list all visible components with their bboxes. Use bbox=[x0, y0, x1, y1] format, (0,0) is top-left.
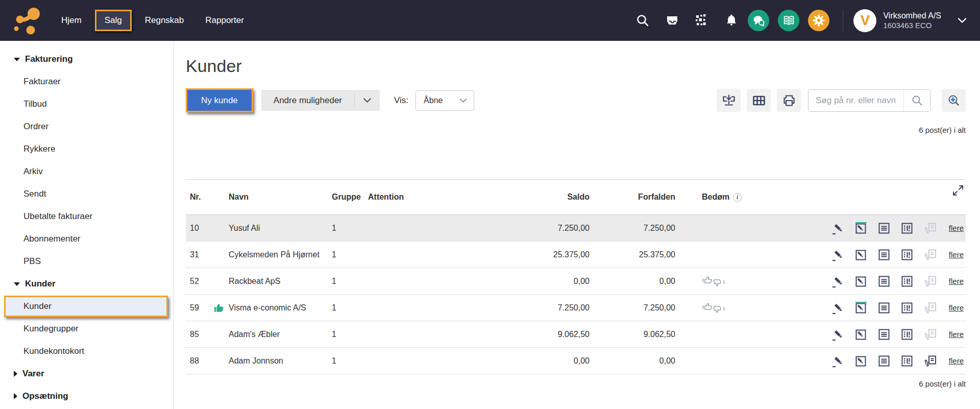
sidebar-item-kundekontokort[interactable]: Kundekontokort bbox=[0, 340, 173, 363]
sidebar-item-sendt[interactable]: Sendt bbox=[0, 183, 173, 205]
transactions-transfer-icon[interactable] bbox=[923, 222, 938, 235]
table-row[interactable]: 59 Visma e-conomic A/S 1 7.250,00 7.250,… bbox=[186, 295, 966, 321]
inbox-icon[interactable] bbox=[665, 13, 680, 28]
account-card-icon[interactable] bbox=[900, 328, 914, 341]
magnifier-icon bbox=[911, 94, 924, 107]
account-menu[interactable]: V Virksomhed A/S 1603463 ECO bbox=[853, 9, 967, 32]
nav-item-regnskab[interactable]: Regnskab bbox=[137, 10, 192, 31]
invoice-list-icon[interactable] bbox=[877, 222, 891, 235]
sidebar-item-kunder[interactable]: Kunder bbox=[4, 296, 168, 317]
edit-customer-icon[interactable] bbox=[854, 248, 868, 261]
advanced-search-button[interactable] bbox=[942, 89, 966, 112]
transactions-transfer-icon[interactable] bbox=[923, 301, 938, 315]
account-card-icon[interactable] bbox=[900, 301, 914, 315]
chat-support-icon[interactable] bbox=[748, 10, 769, 31]
edit-inline-icon[interactable] bbox=[831, 222, 845, 235]
more-link[interactable]: flere bbox=[949, 303, 964, 312]
invoice-list-icon[interactable] bbox=[877, 275, 891, 288]
table-row[interactable]: 31 Cykelsmeden På Hjørnet 1 25.375,00 25… bbox=[186, 242, 966, 268]
table-view-button[interactable] bbox=[747, 89, 771, 112]
table-header-row: Nr. Navn Gruppe Attention Saldo Forfalde… bbox=[186, 179, 966, 215]
cell-navn: Visma e-conomic A/S bbox=[225, 303, 328, 312]
invoice-list-icon[interactable] bbox=[877, 248, 891, 261]
cell-bedom bbox=[676, 274, 789, 288]
main-nav: HjemSalgRegnskabRapporter bbox=[53, 10, 252, 31]
view-filter-select[interactable]: Åbne bbox=[415, 90, 474, 111]
sidebar-item-ubetalte-fakturaer[interactable]: Ubetalte fakturaer bbox=[0, 205, 173, 228]
col-header-gruppe[interactable]: Gruppe bbox=[328, 193, 364, 202]
edit-inline-icon[interactable] bbox=[831, 275, 845, 288]
invoice-list-icon[interactable] bbox=[877, 328, 891, 341]
settings-gear-icon[interactable] bbox=[808, 10, 829, 31]
new-customer-button[interactable]: Ny kunde bbox=[187, 90, 252, 111]
rate-thumbs-up-down-icon[interactable] bbox=[702, 301, 725, 315]
sidebar-item-pbs[interactable]: PBS bbox=[0, 250, 173, 273]
account-card-icon[interactable] bbox=[900, 354, 914, 368]
col-header-nr[interactable]: Nr. bbox=[186, 193, 225, 202]
table-row[interactable]: 88 Adam Jonnson 1 0,00 0,00 bbox=[186, 348, 966, 374]
col-header-bedom[interactable]: Bedøm i bbox=[676, 193, 789, 202]
more-link[interactable]: flere bbox=[949, 277, 964, 285]
edit-customer-icon[interactable] bbox=[854, 301, 868, 315]
nav-item-hjem[interactable]: Hjem bbox=[53, 10, 90, 31]
invoice-list-icon[interactable] bbox=[877, 354, 891, 368]
nav-item-salg[interactable]: Salg bbox=[95, 10, 132, 31]
more-link[interactable]: flere bbox=[949, 356, 964, 365]
page-title: Kunder bbox=[186, 56, 966, 76]
sidebar-item-fakturaer[interactable]: Fakturaer bbox=[0, 70, 173, 93]
sidebar-section-kunder[interactable]: Kunder bbox=[0, 273, 173, 295]
more-link[interactable]: flere bbox=[949, 224, 964, 232]
more-link[interactable]: flere bbox=[949, 330, 964, 339]
sidebar-section-varer[interactable]: Varer bbox=[0, 363, 173, 385]
sidebar-item-ordrer[interactable]: Ordrer bbox=[0, 115, 173, 138]
col-header-attention[interactable]: Attention bbox=[364, 193, 461, 202]
table-row[interactable]: 10 Yusuf Ali 1 7.250,00 7.250,00 bbox=[186, 215, 966, 242]
sidebar-item-arkiv[interactable]: Arkiv bbox=[0, 160, 173, 183]
sidebar-section-fakturering[interactable]: Fakturering bbox=[0, 48, 173, 70]
account-card-icon[interactable] bbox=[900, 248, 914, 261]
col-header-saldo[interactable]: Saldo bbox=[461, 193, 591, 202]
edit-inline-icon[interactable] bbox=[831, 248, 845, 261]
print-button[interactable] bbox=[777, 89, 801, 112]
search-input[interactable] bbox=[808, 90, 903, 111]
edit-customer-icon[interactable] bbox=[854, 275, 868, 288]
col-header-forfalden[interactable]: Forfalden bbox=[591, 193, 676, 202]
expand-table-icon[interactable] bbox=[952, 185, 964, 198]
rating-thumb-up-icon bbox=[213, 302, 225, 314]
transactions-transfer-icon[interactable] bbox=[923, 354, 938, 368]
notifications-bell-icon[interactable] bbox=[724, 13, 739, 28]
account-card-icon[interactable] bbox=[900, 275, 914, 288]
sidebar-section-opsætning[interactable]: Opsætning bbox=[0, 385, 173, 407]
sidebar-item-rykkere[interactable]: Rykkere bbox=[0, 138, 173, 160]
edit-customer-icon[interactable] bbox=[854, 354, 868, 368]
rate-thumbs-up-down-icon[interactable] bbox=[702, 274, 725, 288]
table-row[interactable]: 52 Rackbeat ApS 1 0,00 0,00 bbox=[186, 268, 966, 295]
search-icon[interactable] bbox=[635, 13, 650, 28]
apps-grid-icon[interactable] bbox=[694, 13, 709, 28]
search-submit-button[interactable] bbox=[903, 90, 930, 111]
edit-inline-icon[interactable] bbox=[831, 328, 845, 341]
help-book-icon[interactable] bbox=[778, 10, 799, 31]
sidebar-item-tilbud[interactable]: Tilbud bbox=[0, 93, 173, 115]
export-screen-button[interactable] bbox=[717, 89, 741, 112]
account-card-icon[interactable] bbox=[900, 222, 914, 235]
invoice-list-icon[interactable] bbox=[877, 301, 891, 315]
edit-inline-icon[interactable] bbox=[831, 354, 845, 368]
edit-inline-icon[interactable] bbox=[831, 301, 845, 315]
more-link[interactable]: flere bbox=[949, 250, 964, 259]
row-actions: flere bbox=[789, 354, 966, 368]
navbar-divider bbox=[843, 10, 843, 31]
nav-item-rapporter[interactable]: Rapporter bbox=[197, 10, 252, 31]
table-row[interactable]: 85 Adam's Æbler 1 9.062,50 9.062,50 bbox=[186, 321, 966, 348]
economic-logo[interactable] bbox=[10, 6, 44, 35]
transactions-transfer-icon[interactable] bbox=[923, 248, 938, 261]
sidebar-item-abonnementer[interactable]: Abonnementer bbox=[0, 228, 173, 250]
info-icon[interactable]: i bbox=[733, 193, 742, 202]
other-options-button[interactable]: Andre muligheder bbox=[261, 90, 380, 111]
col-header-navn[interactable]: Navn bbox=[225, 193, 328, 202]
sidebar-item-kundegrupper[interactable]: Kundegrupper bbox=[0, 318, 173, 340]
edit-customer-icon[interactable] bbox=[854, 222, 868, 235]
edit-customer-icon[interactable] bbox=[854, 328, 868, 341]
transactions-transfer-icon[interactable] bbox=[923, 275, 938, 288]
transactions-transfer-icon[interactable] bbox=[923, 328, 938, 341]
